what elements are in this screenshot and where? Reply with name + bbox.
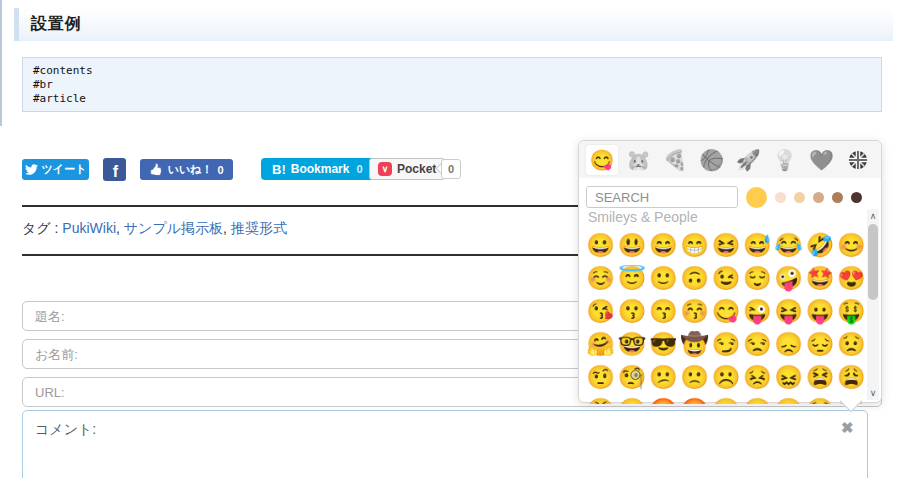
tag-link[interactable]: 推奨形式 bbox=[231, 220, 287, 236]
skin-tone-dot[interactable] bbox=[746, 187, 767, 208]
like-count: 0 bbox=[218, 164, 224, 176]
pocket-button-label: Pocket bbox=[397, 162, 436, 176]
comment-textarea[interactable] bbox=[22, 410, 868, 478]
emoji-cell[interactable]: 😑 bbox=[773, 394, 804, 404]
emoji-cell[interactable]: 😂 bbox=[773, 229, 804, 262]
facebook-like-button[interactable]: 👍 いいね！ 0 bbox=[140, 159, 233, 180]
scroll-down-icon[interactable]: ∨ bbox=[867, 387, 879, 399]
emoji-cell[interactable]: 🤗 bbox=[585, 328, 616, 361]
category-emoji-icon: 💡 bbox=[772, 150, 797, 170]
emoji-cell[interactable]: 😁 bbox=[679, 229, 710, 262]
emoji-cell[interactable]: 🧐 bbox=[616, 361, 647, 394]
emoji-cell[interactable]: 🙃 bbox=[679, 262, 710, 295]
emoji-cell[interactable]: 😅 bbox=[742, 229, 773, 262]
category-emoji-icon: 🏀 bbox=[699, 150, 724, 170]
emoji-cell[interactable]: 😡 bbox=[648, 394, 679, 404]
emoji-cell[interactable]: 😣 bbox=[742, 361, 773, 394]
emoji-cell[interactable]: 😗 bbox=[616, 295, 647, 328]
page: 設置例 #contents#br#article ツイート f 👍 いいね！ 0… bbox=[0, 0, 910, 478]
window-edge-line bbox=[0, 0, 2, 126]
emoji-cell[interactable]: 🤪 bbox=[773, 262, 804, 295]
code-block: #contents#br#article bbox=[22, 57, 882, 112]
like-button-label: いいね！ bbox=[168, 162, 213, 177]
emoji-cell[interactable]: 😘 bbox=[585, 295, 616, 328]
hatena-b-icon: B! bbox=[272, 162, 286, 177]
skin-tone-dot[interactable] bbox=[775, 192, 786, 203]
page-header: 設置例 bbox=[14, 8, 893, 41]
emoji-cell[interactable]: 😫 bbox=[804, 361, 835, 394]
category-emoji-icon: 🍕 bbox=[663, 150, 688, 170]
skin-tone-dot[interactable] bbox=[813, 192, 824, 203]
emoji-cell[interactable]: 😍 bbox=[836, 262, 867, 295]
emoji-cell[interactable]: 😎 bbox=[648, 328, 679, 361]
emoji-cell[interactable]: 😠 bbox=[616, 394, 647, 404]
emoji-cell[interactable]: 🙂 bbox=[648, 262, 679, 295]
emoji-cell[interactable]: ☹️ bbox=[710, 361, 741, 394]
emoji-cell[interactable]: 😐 bbox=[742, 394, 773, 404]
emoji-category-symbols[interactable]: ❤️ bbox=[805, 145, 837, 175]
emoji-category-smileys[interactable]: 😋 bbox=[586, 145, 618, 175]
skin-tone-dot[interactable] bbox=[794, 192, 805, 203]
emoji-search-input[interactable] bbox=[586, 186, 738, 208]
emoji-cell[interactable]: 🤓 bbox=[616, 328, 647, 361]
emoji-cell[interactable]: 😏 bbox=[710, 328, 741, 361]
union-jack-flag-icon bbox=[848, 150, 868, 170]
emoji-cell[interactable]: 😋 bbox=[710, 295, 741, 328]
emoji-cell[interactable]: 😕 bbox=[648, 361, 679, 394]
emoji-cell[interactable]: 😛 bbox=[804, 295, 835, 328]
tag-links: PukiWiki, サンプル掲示板, 推奨形式 bbox=[62, 220, 287, 236]
tag-link[interactable]: サンプル掲示板 bbox=[124, 220, 223, 236]
scroll-up-icon[interactable]: ∧ bbox=[867, 210, 879, 222]
emoji-cell[interactable]: 😟 bbox=[836, 328, 867, 361]
tweet-button[interactable]: ツイート bbox=[22, 159, 89, 180]
emoji-cell[interactable]: 😀 bbox=[585, 229, 616, 262]
skin-tone-dot[interactable] bbox=[832, 192, 843, 203]
skin-tone-dot[interactable] bbox=[851, 192, 862, 203]
facebook-share-button[interactable]: f bbox=[103, 158, 126, 181]
emoji-cell[interactable]: 😤 bbox=[585, 394, 616, 404]
emoji-cell[interactable]: 😇 bbox=[616, 262, 647, 295]
pocket-button[interactable]: ∨ Pocket bbox=[369, 158, 445, 180]
close-icon[interactable]: ✖ bbox=[841, 419, 854, 437]
emoji-cell[interactable]: 😞 bbox=[773, 328, 804, 361]
hatena-bookmark-label: Bookmark bbox=[291, 162, 350, 176]
emoji-cell[interactable]: 😜 bbox=[742, 295, 773, 328]
category-emoji-icon: 🐹 bbox=[626, 150, 651, 170]
emoji-cell[interactable]: 🤣 bbox=[804, 229, 835, 262]
emoji-category-travel[interactable]: 🚀 bbox=[732, 145, 764, 175]
emoji-cell[interactable]: 😊 bbox=[836, 229, 867, 262]
emoji-category-food[interactable]: 🍕 bbox=[659, 145, 691, 175]
emoji-category-animals[interactable]: 🐹 bbox=[623, 145, 655, 175]
emoji-cell[interactable]: 😶 bbox=[710, 394, 741, 404]
hatena-bookmark-button[interactable]: B! Bookmark 0 bbox=[261, 158, 374, 180]
emoji-category-flags[interactable] bbox=[842, 145, 874, 175]
emoji-cell[interactable]: 😔 bbox=[804, 328, 835, 361]
emoji-cell[interactable]: 😉 bbox=[710, 262, 741, 295]
code-line: #article bbox=[33, 92, 871, 106]
emoji-cell[interactable]: 😌 bbox=[742, 262, 773, 295]
emoji-cell[interactable]: 🤠 bbox=[679, 328, 710, 361]
emoji-category-objects[interactable]: 💡 bbox=[769, 145, 801, 175]
emoji-scrollbar[interactable]: ∧ ∨ bbox=[867, 209, 879, 400]
emoji-cell[interactable]: 😝 bbox=[773, 295, 804, 328]
emoji-grid: 😀😃😄😁😆😅😂🤣😊☺️😇🙂🙃😉😌🤪🤩😍😘😗😙😚😋😜😝😛🤑🤗🤓😎🤠😏😒😞😔😟🤨🧐😕… bbox=[585, 229, 867, 404]
code-line: #contents bbox=[33, 64, 871, 78]
emoji-cell[interactable]: 😙 bbox=[648, 295, 679, 328]
tag-link[interactable]: PukiWiki bbox=[62, 220, 116, 236]
emoji-cell[interactable]: 🤨 bbox=[585, 361, 616, 394]
emoji-cell[interactable]: 🤑 bbox=[836, 295, 867, 328]
category-emoji-icon: 😋 bbox=[590, 150, 615, 170]
emoji-cell[interactable]: 🤩 bbox=[804, 262, 835, 295]
emoji-cell[interactable]: 😚 bbox=[679, 295, 710, 328]
emoji-category-activity[interactable]: 🏀 bbox=[696, 145, 728, 175]
emoji-cell[interactable]: 😃 bbox=[616, 229, 647, 262]
emoji-cell[interactable]: ☺️ bbox=[585, 262, 616, 295]
emoji-cell[interactable]: 😆 bbox=[710, 229, 741, 262]
emoji-cell[interactable]: 😒 bbox=[742, 328, 773, 361]
emoji-cell[interactable]: 😄 bbox=[648, 229, 679, 262]
emoji-cell[interactable]: 😖 bbox=[773, 361, 804, 394]
scrollbar-thumb[interactable] bbox=[868, 224, 878, 300]
emoji-cell[interactable]: 😯 bbox=[804, 394, 835, 404]
emoji-cell[interactable]: 🙁 bbox=[679, 361, 710, 394]
emoji-cell[interactable]: 🤬 bbox=[679, 394, 710, 404]
